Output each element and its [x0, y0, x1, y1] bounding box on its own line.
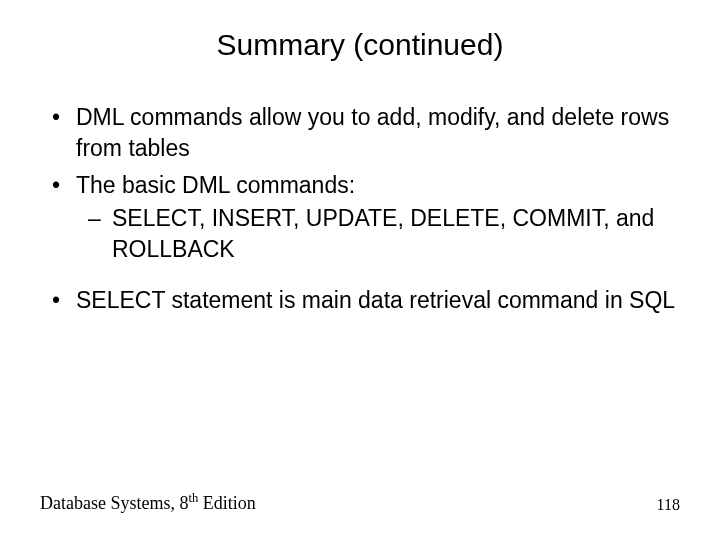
footer-book-suffix: Edition — [198, 493, 256, 513]
sub-bullet-text: SELECT, INSERT, UPDATE, DELETE, COMMIT, … — [112, 205, 654, 262]
slide-body: DML commands allow you to add, modify, a… — [0, 72, 720, 316]
slide-title: Summary (continued) — [0, 0, 720, 72]
footer-book-prefix: Database Systems, 8 — [40, 493, 188, 513]
footer-book: Database Systems, 8th Edition — [40, 493, 256, 514]
sub-bullet-list: SELECT, INSERT, UPDATE, DELETE, COMMIT, … — [76, 203, 680, 265]
bullet-item: DML commands allow you to add, modify, a… — [40, 102, 680, 164]
slide: Summary (continued) DML commands allow y… — [0, 0, 720, 540]
bullet-text: The basic DML commands: — [76, 172, 355, 198]
bullet-list: DML commands allow you to add, modify, a… — [40, 102, 680, 265]
spacer — [40, 271, 680, 285]
footer-page-number: 118 — [657, 496, 680, 514]
bullet-item: SELECT statement is main data retrieval … — [40, 285, 680, 316]
bullet-text: SELECT statement is main data retrieval … — [76, 287, 675, 313]
footer-book-ordinal: th — [188, 491, 198, 505]
sub-bullet-item: SELECT, INSERT, UPDATE, DELETE, COMMIT, … — [76, 203, 680, 265]
bullet-text: DML commands allow you to add, modify, a… — [76, 104, 669, 161]
bullet-item: The basic DML commands: SELECT, INSERT, … — [40, 170, 680, 265]
bullet-list: SELECT statement is main data retrieval … — [40, 285, 680, 316]
